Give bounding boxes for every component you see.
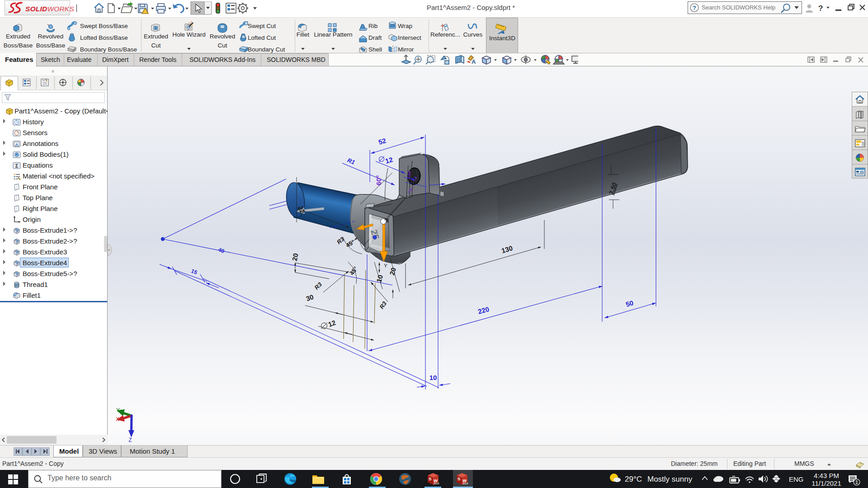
- svg-text:A: A: [472, 58, 476, 65]
- svg-text:Swept Boss/Base: Swept Boss/Base: [80, 23, 128, 29]
- svg-text:Lofted Cut: Lofted Cut: [248, 34, 276, 41]
- svg-text:?: ?: [693, 5, 696, 11]
- svg-text:Mirror: Mirror: [398, 46, 414, 53]
- svg-text:?: ?: [818, 4, 823, 13]
- svg-text:Draft: Draft: [368, 34, 382, 41]
- svg-text:Wrap: Wrap: [398, 23, 412, 29]
- svg-text:4:43 PM: 4:43 PM: [814, 472, 839, 479]
- svg-text:Search SOLIDWORKS Help: Search SOLIDWORKS Help: [702, 4, 775, 11]
- svg-text:Y: Y: [384, 263, 387, 268]
- svg-text:Revolved: Revolved: [38, 33, 63, 40]
- svg-text:ENG: ENG: [789, 475, 804, 483]
- svg-text:Instant3D: Instant3D: [489, 35, 515, 42]
- svg-text:Y: Y: [116, 407, 120, 413]
- svg-text:Boss/Base: Boss/Base: [36, 42, 66, 49]
- svg-text:Boundary Boss/Base: Boundary Boss/Base: [80, 46, 137, 53]
- svg-text:Hole Wizard: Hole Wizard: [172, 31, 206, 38]
- svg-text:Boundary Cut: Boundary Cut: [248, 46, 285, 53]
- svg-text:Swept Cut: Swept Cut: [248, 23, 276, 29]
- svg-text:Revolved: Revolved: [210, 33, 235, 40]
- svg-text:Extruded: Extruded: [144, 33, 168, 40]
- svg-text:Boss/Base: Boss/Base: [4, 42, 33, 49]
- svg-text:Mostly sunny: Mostly sunny: [647, 475, 693, 483]
- svg-text:Curves: Curves: [463, 31, 483, 38]
- svg-text:Σ: Σ: [15, 163, 19, 169]
- svg-text:A: A: [15, 142, 19, 147]
- svg-text:Z: Z: [128, 437, 132, 443]
- svg-text:29°C: 29°C: [625, 475, 642, 483]
- svg-text:60°: 60°: [375, 175, 382, 186]
- svg-text:S: S: [429, 476, 431, 481]
- svg-text:2018: 2018: [434, 482, 439, 485]
- svg-text:Cut: Cut: [151, 42, 160, 49]
- svg-text:11/1/2021: 11/1/2021: [811, 479, 841, 487]
- svg-text:Fillet: Fillet: [297, 31, 310, 38]
- svg-text:1: 1: [855, 479, 858, 485]
- svg-text:Intersect: Intersect: [398, 34, 421, 41]
- svg-text:X: X: [116, 416, 119, 422]
- svg-text:Referenc...: Referenc...: [430, 31, 460, 38]
- svg-text:Lofted Boss/Base: Lofted Boss/Base: [80, 34, 128, 41]
- svg-text:Linear Pattern: Linear Pattern: [314, 31, 353, 38]
- svg-text:SOLIDWORKS: SOLIDWORKS: [25, 5, 74, 13]
- svg-text:20: 20: [291, 253, 300, 262]
- svg-text:S: S: [458, 476, 460, 481]
- svg-text:Cut: Cut: [217, 42, 227, 49]
- svg-text:Rib: Rib: [368, 23, 377, 29]
- svg-text:Shell: Shell: [368, 46, 382, 53]
- svg-text:10: 10: [429, 374, 437, 381]
- svg-text:2018: 2018: [462, 482, 468, 485]
- svg-text:Extruded: Extruded: [6, 33, 30, 40]
